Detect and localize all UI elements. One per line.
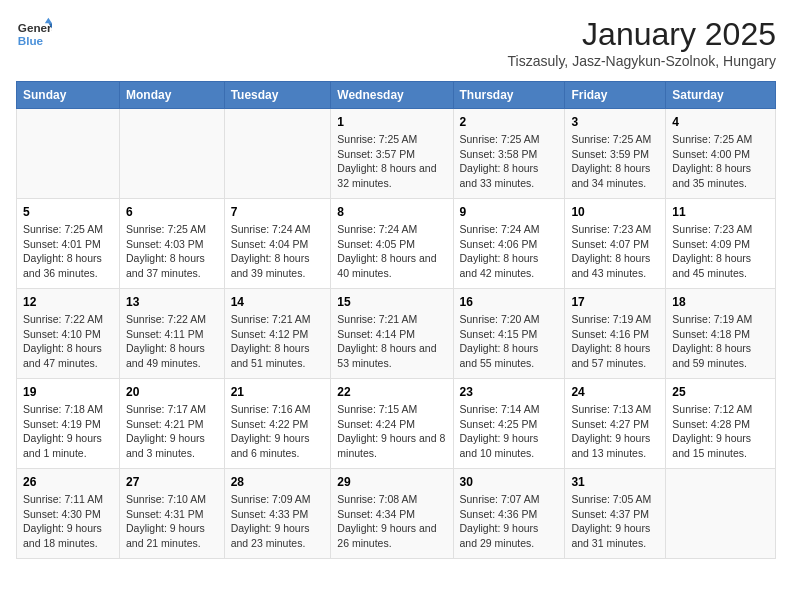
- calendar-cell: 18Sunrise: 7:19 AM Sunset: 4:18 PM Dayli…: [666, 289, 776, 379]
- logo-icon: General Blue: [16, 16, 52, 52]
- logo: General Blue: [16, 16, 52, 52]
- calendar-cell: 29Sunrise: 7:08 AM Sunset: 4:34 PM Dayli…: [331, 469, 453, 559]
- day-detail: Sunrise: 7:14 AM Sunset: 4:25 PM Dayligh…: [460, 402, 559, 461]
- day-number: 12: [23, 295, 113, 309]
- day-number: 2: [460, 115, 559, 129]
- calendar-cell: 23Sunrise: 7:14 AM Sunset: 4:25 PM Dayli…: [453, 379, 565, 469]
- calendar-cell: [224, 109, 331, 199]
- day-detail: Sunrise: 7:13 AM Sunset: 4:27 PM Dayligh…: [571, 402, 659, 461]
- column-header-monday: Monday: [119, 82, 224, 109]
- day-number: 25: [672, 385, 769, 399]
- day-number: 21: [231, 385, 325, 399]
- day-detail: Sunrise: 7:24 AM Sunset: 4:04 PM Dayligh…: [231, 222, 325, 281]
- day-number: 3: [571, 115, 659, 129]
- day-detail: Sunrise: 7:19 AM Sunset: 4:18 PM Dayligh…: [672, 312, 769, 371]
- calendar-cell: 31Sunrise: 7:05 AM Sunset: 4:37 PM Dayli…: [565, 469, 666, 559]
- calendar-cell: 17Sunrise: 7:19 AM Sunset: 4:16 PM Dayli…: [565, 289, 666, 379]
- location-subtitle: Tiszasuly, Jasz-Nagykun-Szolnok, Hungary: [508, 53, 776, 69]
- calendar-week-row: 5Sunrise: 7:25 AM Sunset: 4:01 PM Daylig…: [17, 199, 776, 289]
- calendar-cell: 2Sunrise: 7:25 AM Sunset: 3:58 PM Daylig…: [453, 109, 565, 199]
- day-number: 6: [126, 205, 218, 219]
- calendar-cell: [119, 109, 224, 199]
- column-header-wednesday: Wednesday: [331, 82, 453, 109]
- calendar-cell: 10Sunrise: 7:23 AM Sunset: 4:07 PM Dayli…: [565, 199, 666, 289]
- title-section: January 2025 Tiszasuly, Jasz-Nagykun-Szo…: [508, 16, 776, 69]
- day-number: 15: [337, 295, 446, 309]
- calendar-cell: 30Sunrise: 7:07 AM Sunset: 4:36 PM Dayli…: [453, 469, 565, 559]
- page-header: General Blue January 2025 Tiszasuly, Jas…: [16, 16, 776, 69]
- calendar-cell: 15Sunrise: 7:21 AM Sunset: 4:14 PM Dayli…: [331, 289, 453, 379]
- day-number: 22: [337, 385, 446, 399]
- day-number: 27: [126, 475, 218, 489]
- calendar-cell: 28Sunrise: 7:09 AM Sunset: 4:33 PM Dayli…: [224, 469, 331, 559]
- day-detail: Sunrise: 7:21 AM Sunset: 4:12 PM Dayligh…: [231, 312, 325, 371]
- day-number: 16: [460, 295, 559, 309]
- calendar-cell: 19Sunrise: 7:18 AM Sunset: 4:19 PM Dayli…: [17, 379, 120, 469]
- calendar-cell: 9Sunrise: 7:24 AM Sunset: 4:06 PM Daylig…: [453, 199, 565, 289]
- day-detail: Sunrise: 7:25 AM Sunset: 4:00 PM Dayligh…: [672, 132, 769, 191]
- column-header-saturday: Saturday: [666, 82, 776, 109]
- day-number: 4: [672, 115, 769, 129]
- svg-text:Blue: Blue: [18, 34, 44, 47]
- day-detail: Sunrise: 7:25 AM Sunset: 3:57 PM Dayligh…: [337, 132, 446, 191]
- day-detail: Sunrise: 7:25 AM Sunset: 4:01 PM Dayligh…: [23, 222, 113, 281]
- calendar-header-row: SundayMondayTuesdayWednesdayThursdayFrid…: [17, 82, 776, 109]
- calendar-cell: 26Sunrise: 7:11 AM Sunset: 4:30 PM Dayli…: [17, 469, 120, 559]
- day-detail: Sunrise: 7:25 AM Sunset: 4:03 PM Dayligh…: [126, 222, 218, 281]
- column-header-tuesday: Tuesday: [224, 82, 331, 109]
- day-detail: Sunrise: 7:08 AM Sunset: 4:34 PM Dayligh…: [337, 492, 446, 551]
- calendar-cell: 8Sunrise: 7:24 AM Sunset: 4:05 PM Daylig…: [331, 199, 453, 289]
- day-detail: Sunrise: 7:15 AM Sunset: 4:24 PM Dayligh…: [337, 402, 446, 461]
- column-header-friday: Friday: [565, 82, 666, 109]
- column-header-sunday: Sunday: [17, 82, 120, 109]
- day-detail: Sunrise: 7:21 AM Sunset: 4:14 PM Dayligh…: [337, 312, 446, 371]
- day-number: 24: [571, 385, 659, 399]
- day-number: 14: [231, 295, 325, 309]
- day-detail: Sunrise: 7:18 AM Sunset: 4:19 PM Dayligh…: [23, 402, 113, 461]
- calendar-cell: 1Sunrise: 7:25 AM Sunset: 3:57 PM Daylig…: [331, 109, 453, 199]
- calendar-cell: 6Sunrise: 7:25 AM Sunset: 4:03 PM Daylig…: [119, 199, 224, 289]
- day-detail: Sunrise: 7:12 AM Sunset: 4:28 PM Dayligh…: [672, 402, 769, 461]
- column-header-thursday: Thursday: [453, 82, 565, 109]
- day-number: 26: [23, 475, 113, 489]
- day-number: 5: [23, 205, 113, 219]
- day-number: 7: [231, 205, 325, 219]
- day-detail: Sunrise: 7:22 AM Sunset: 4:11 PM Dayligh…: [126, 312, 218, 371]
- day-number: 13: [126, 295, 218, 309]
- day-number: 28: [231, 475, 325, 489]
- day-detail: Sunrise: 7:17 AM Sunset: 4:21 PM Dayligh…: [126, 402, 218, 461]
- day-detail: Sunrise: 7:11 AM Sunset: 4:30 PM Dayligh…: [23, 492, 113, 551]
- calendar-cell: 25Sunrise: 7:12 AM Sunset: 4:28 PM Dayli…: [666, 379, 776, 469]
- calendar-week-row: 19Sunrise: 7:18 AM Sunset: 4:19 PM Dayli…: [17, 379, 776, 469]
- calendar-cell: 22Sunrise: 7:15 AM Sunset: 4:24 PM Dayli…: [331, 379, 453, 469]
- day-detail: Sunrise: 7:22 AM Sunset: 4:10 PM Dayligh…: [23, 312, 113, 371]
- day-number: 17: [571, 295, 659, 309]
- day-number: 11: [672, 205, 769, 219]
- calendar-cell: 24Sunrise: 7:13 AM Sunset: 4:27 PM Dayli…: [565, 379, 666, 469]
- day-number: 1: [337, 115, 446, 129]
- calendar-cell: 13Sunrise: 7:22 AM Sunset: 4:11 PM Dayli…: [119, 289, 224, 379]
- calendar-cell: [666, 469, 776, 559]
- calendar-cell: 3Sunrise: 7:25 AM Sunset: 3:59 PM Daylig…: [565, 109, 666, 199]
- day-detail: Sunrise: 7:24 AM Sunset: 4:05 PM Dayligh…: [337, 222, 446, 281]
- day-detail: Sunrise: 7:24 AM Sunset: 4:06 PM Dayligh…: [460, 222, 559, 281]
- calendar-cell: 20Sunrise: 7:17 AM Sunset: 4:21 PM Dayli…: [119, 379, 224, 469]
- day-detail: Sunrise: 7:20 AM Sunset: 4:15 PM Dayligh…: [460, 312, 559, 371]
- day-number: 9: [460, 205, 559, 219]
- day-number: 31: [571, 475, 659, 489]
- day-detail: Sunrise: 7:23 AM Sunset: 4:09 PM Dayligh…: [672, 222, 769, 281]
- calendar-week-row: 1Sunrise: 7:25 AM Sunset: 3:57 PM Daylig…: [17, 109, 776, 199]
- calendar-cell: 11Sunrise: 7:23 AM Sunset: 4:09 PM Dayli…: [666, 199, 776, 289]
- calendar-cell: 12Sunrise: 7:22 AM Sunset: 4:10 PM Dayli…: [17, 289, 120, 379]
- day-detail: Sunrise: 7:25 AM Sunset: 3:58 PM Dayligh…: [460, 132, 559, 191]
- calendar-cell: 21Sunrise: 7:16 AM Sunset: 4:22 PM Dayli…: [224, 379, 331, 469]
- day-number: 19: [23, 385, 113, 399]
- day-number: 20: [126, 385, 218, 399]
- day-detail: Sunrise: 7:09 AM Sunset: 4:33 PM Dayligh…: [231, 492, 325, 551]
- day-number: 18: [672, 295, 769, 309]
- day-detail: Sunrise: 7:07 AM Sunset: 4:36 PM Dayligh…: [460, 492, 559, 551]
- calendar-table: SundayMondayTuesdayWednesdayThursdayFrid…: [16, 81, 776, 559]
- calendar-cell: 7Sunrise: 7:24 AM Sunset: 4:04 PM Daylig…: [224, 199, 331, 289]
- day-number: 10: [571, 205, 659, 219]
- calendar-cell: [17, 109, 120, 199]
